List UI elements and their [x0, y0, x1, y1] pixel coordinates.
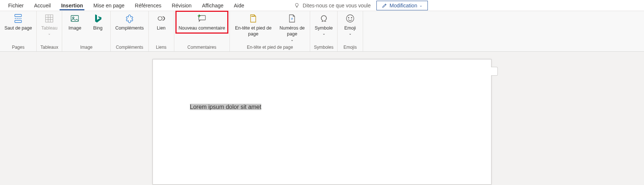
symbol-icon: [319, 13, 329, 24]
entete-button[interactable]: En-tête et pied de page: [233, 13, 274, 38]
tab-fichier[interactable]: Fichier: [3, 1, 29, 10]
svg-text:#: #: [291, 17, 293, 21]
group-complements: Compléments Compléments: [111, 11, 148, 51]
group-pages: Saut de page Pages: [0, 11, 37, 51]
page-side-tab[interactable]: [491, 67, 498, 76]
complements-button[interactable]: Compléments: [114, 13, 145, 32]
document-page[interactable]: Lorem ipsum dolor sit amet: [152, 59, 492, 185]
tell-me-text: Dites-nous ce que vous voule: [303, 3, 371, 8]
tab-bar: Fichier Accueil Insertion Mise en page R…: [0, 0, 644, 11]
tab-insertion[interactable]: Insertion: [56, 1, 88, 10]
tab-aide[interactable]: Aide: [229, 1, 249, 10]
group-entete: En-tête et pied de page # Numéros de pag…: [230, 11, 310, 51]
tableau-button[interactable]: Tableau ⌄: [40, 13, 59, 37]
addins-icon: [124, 13, 135, 24]
chevron-down-icon: ⌄: [349, 31, 352, 36]
bing-button[interactable]: Bing: [88, 13, 107, 32]
modification-label: Modification: [389, 3, 417, 8]
symbole-button[interactable]: Symbole ⌄: [313, 13, 334, 37]
group-commentaires: Nouveau commentaire Commentaires: [174, 11, 230, 51]
emoji-icon: [345, 13, 355, 24]
document-area: Lorem ipsum dolor sit amet: [0, 52, 644, 185]
pencil-icon: [382, 3, 387, 8]
svg-point-11: [351, 17, 352, 18]
document-text-selection[interactable]: Lorem ipsum dolor sit amet: [190, 104, 261, 110]
svg-rect-7: [251, 16, 254, 17]
group-emojis: Emoji ⌄ Emojis: [338, 11, 363, 51]
group-label-liens: Liens: [156, 44, 167, 50]
group-label-image: Image: [80, 44, 93, 50]
chevron-down-icon: ⌄: [419, 3, 422, 7]
chevron-down-icon: ⌄: [291, 37, 294, 42]
tab-revision[interactable]: Révision: [167, 1, 197, 10]
svg-rect-2: [15, 20, 21, 23]
group-label-emojis: Emojis: [343, 44, 357, 50]
image-button[interactable]: Image: [65, 13, 84, 32]
svg-point-0: [295, 3, 298, 6]
tab-mise-en-page[interactable]: Mise en page: [88, 1, 130, 10]
emoji-button[interactable]: Emoji ⌄: [341, 13, 360, 37]
svg-rect-3: [46, 15, 53, 22]
group-label-entete: En-tête et pied de page: [247, 44, 293, 50]
comment-icon: [197, 13, 207, 24]
group-image: Image Bing Image: [62, 11, 111, 51]
svg-rect-4: [71, 16, 78, 21]
svg-point-9: [346, 15, 354, 22]
svg-point-5: [73, 17, 74, 18]
group-label-pages: Pages: [12, 44, 24, 50]
link-icon: [156, 13, 167, 24]
svg-rect-1: [15, 14, 21, 17]
group-label-commentaires: Commentaires: [187, 44, 216, 50]
group-label-tableaux: Tableaux: [40, 44, 58, 50]
tab-affichage[interactable]: Affichage: [197, 1, 229, 10]
ribbon: Saut de page Pages Tableau ⌄ Tableaux Im…: [0, 11, 644, 52]
chevron-down-icon: ⌄: [48, 31, 51, 36]
tell-me-search[interactable]: Dites-nous ce que vous voule: [294, 3, 371, 8]
nouveau-commentaire-button[interactable]: Nouveau commentaire: [177, 13, 227, 32]
bing-icon: [93, 13, 103, 24]
lien-button[interactable]: Lien: [152, 13, 171, 32]
table-icon: [44, 13, 54, 24]
group-label-complements: Compléments: [116, 44, 143, 50]
svg-point-10: [348, 17, 349, 18]
group-symboles: Symbole ⌄ Symboles: [310, 11, 338, 51]
tab-references[interactable]: Références: [130, 1, 167, 10]
image-icon: [70, 13, 80, 24]
chevron-down-icon: ⌄: [322, 31, 325, 36]
header-footer-icon: [248, 13, 258, 24]
group-tableaux: Tableau ⌄ Tableaux: [37, 11, 62, 51]
group-liens: Lien Liens: [149, 11, 174, 51]
page-break-button[interactable]: Saut de page: [3, 13, 33, 32]
modification-button[interactable]: Modification ⌄: [376, 1, 428, 10]
page-break-icon: [13, 13, 23, 24]
bulb-icon: [294, 3, 300, 8]
tab-accueil[interactable]: Accueil: [29, 1, 56, 10]
numeros-page-button[interactable]: # Numéros de page ⌄: [277, 13, 307, 43]
group-label-symboles: Symboles: [314, 44, 333, 50]
page-number-icon: #: [287, 13, 297, 24]
